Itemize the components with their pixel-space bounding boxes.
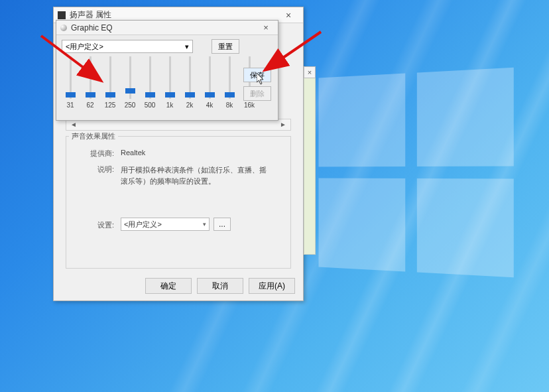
setting-select-value: <用户定义> [124, 220, 162, 229]
eq-freq-label: 31 [66, 101, 74, 109]
window-title: 扬声器 属性 [70, 9, 278, 21]
eq-band-1k[interactable]: 1k [164, 56, 176, 109]
provider-value: Realtek [121, 149, 145, 157]
eq-track[interactable] [70, 56, 72, 99]
eq-freq-label: 1k [166, 101, 174, 109]
description-label: 说明: [80, 164, 114, 174]
window-icon [58, 11, 66, 19]
eq-band-62[interactable]: 62 [84, 56, 96, 109]
eq-sliders: 31621252505001k2k4k8k16k [62, 56, 255, 109]
cancel-button[interactable]: 取消 [197, 278, 243, 294]
chevron-down-icon: ▾ [185, 42, 189, 51]
eq-thumb[interactable] [165, 92, 175, 98]
chevron-down-icon: ▾ [203, 221, 206, 228]
eq-freq-label: 4k [206, 101, 213, 109]
provider-label: 提供商: [80, 149, 114, 159]
description-value: 用于模拟各种表演条件（如流行乐、直播、摇滚乐等）的频率响应的设置。 [121, 164, 273, 186]
eq-delete-button: 删除 [243, 86, 271, 101]
dialog-button-bar: 确定 取消 应用(A) [145, 278, 295, 294]
setting-label: 设置: [80, 220, 114, 230]
eq-thumb[interactable] [86, 92, 95, 98]
eq-track[interactable] [109, 56, 111, 99]
eq-band-250[interactable]: 250 [124, 56, 136, 109]
close-icon: × [308, 68, 312, 76]
eq-preset-value: <用户定义> [66, 42, 103, 52]
eq-thumb[interactable] [145, 92, 155, 98]
eq-save-button[interactable]: 保存 [243, 68, 271, 82]
eq-thumb[interactable] [66, 92, 76, 98]
eq-track[interactable] [129, 56, 131, 99]
eq-freq-label: 16k [244, 101, 255, 109]
ellipsis-icon: ... [219, 220, 225, 229]
eq-thumb[interactable] [105, 92, 115, 98]
eq-band-8k[interactable]: 8k [223, 56, 235, 109]
eq-window-title: Graphic EQ [71, 23, 258, 33]
eq-window-icon [60, 25, 67, 31]
group-title: 声音效果属性 [69, 131, 118, 141]
eq-band-500[interactable]: 500 [144, 56, 156, 109]
eq-band-125[interactable]: 125 [104, 56, 116, 109]
eq-freq-label: 62 [86, 101, 93, 109]
eq-freq-label: 250 [125, 101, 136, 109]
close-icon[interactable]: × [258, 23, 274, 33]
eq-track[interactable] [209, 56, 211, 99]
apply-button[interactable]: 应用(A) [249, 278, 295, 294]
eq-track[interactable] [149, 56, 151, 99]
setting-select[interactable]: <用户定义> ▾ [121, 218, 210, 231]
close-icon[interactable]: × [278, 10, 299, 21]
eq-track[interactable] [169, 56, 171, 99]
hint-close-button[interactable]: × [304, 66, 316, 78]
eq-band-2k[interactable]: 2k [184, 56, 196, 109]
eq-track[interactable] [90, 56, 91, 99]
eq-thumb[interactable] [225, 92, 235, 98]
hint-panel [304, 66, 316, 255]
windows-logo [319, 68, 514, 277]
setting-more-button[interactable]: ... [213, 218, 231, 231]
ok-button[interactable]: 确定 [145, 278, 192, 294]
eq-thumb[interactable] [185, 92, 195, 98]
tab-scroll-right-icon[interactable]: ► [276, 119, 290, 130]
eq-thumb[interactable] [125, 88, 135, 94]
eq-freq-label: 2k [186, 101, 194, 109]
eq-freq-label: 125 [105, 101, 116, 109]
eq-preset-select[interactable]: <用户定义> ▾ [62, 40, 193, 53]
eq-band-4k[interactable]: 4k [204, 56, 215, 109]
sound-effect-properties-group: 声音效果属性 提供商: Realtek 说明: 用于模拟各种表演条件（如流行乐、… [66, 136, 291, 269]
eq-band-31[interactable]: 31 [64, 56, 76, 109]
eq-freq-label: 8k [226, 101, 233, 109]
eq-track[interactable] [229, 56, 231, 99]
graphic-eq-window: Graphic EQ × <用户定义> ▾ 重置 31621252505001k… [56, 20, 278, 121]
eq-track[interactable] [189, 56, 191, 99]
eq-freq-label: 500 [145, 101, 156, 109]
eq-thumb[interactable] [205, 92, 215, 98]
eq-reset-button[interactable]: 重置 [212, 39, 239, 54]
eq-titlebar[interactable]: Graphic EQ × [56, 21, 278, 35]
tab-scroll-left-icon[interactable]: ◄ [66, 119, 81, 130]
